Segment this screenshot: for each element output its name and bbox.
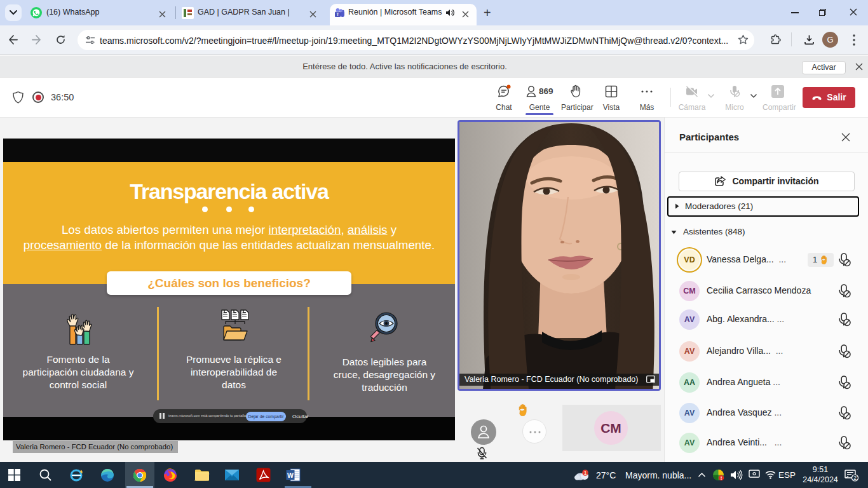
svg-text:T: T	[336, 12, 339, 17]
svg-text:1: 1	[584, 470, 587, 476]
svg-text:2: 2	[853, 475, 857, 481]
svg-text:869: 869	[539, 86, 553, 96]
svg-text:W: W	[287, 471, 294, 479]
